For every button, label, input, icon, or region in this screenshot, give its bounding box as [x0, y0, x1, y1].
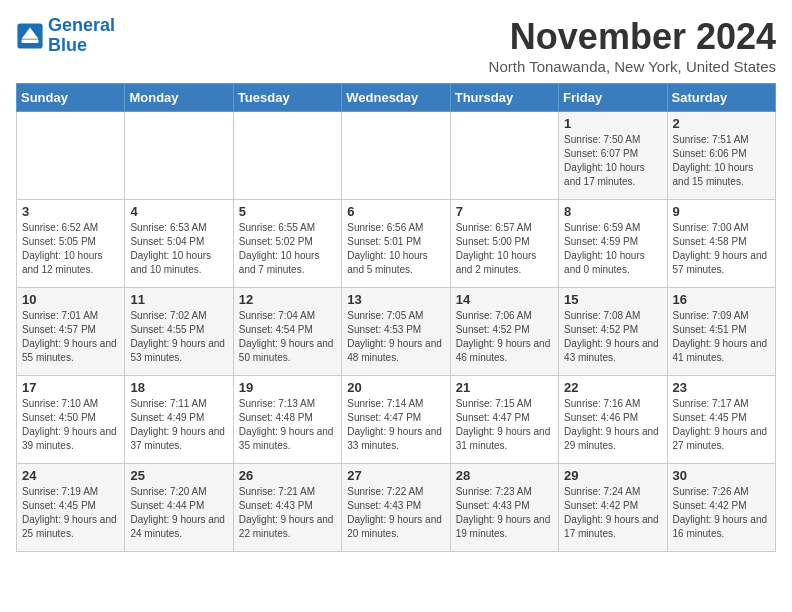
day-number: 25 — [130, 468, 227, 483]
day-info: Sunrise: 7:08 AMSunset: 4:52 PMDaylight:… — [564, 309, 661, 365]
calendar-week-row: 3Sunrise: 6:52 AMSunset: 5:05 PMDaylight… — [17, 200, 776, 288]
day-number: 2 — [673, 116, 770, 131]
logo-line2: Blue — [48, 35, 87, 55]
day-number: 6 — [347, 204, 444, 219]
day-info: Sunrise: 6:57 AMSunset: 5:00 PMDaylight:… — [456, 221, 553, 277]
calendar-cell: 6Sunrise: 6:56 AMSunset: 5:01 PMDaylight… — [342, 200, 450, 288]
calendar-week-row: 1Sunrise: 7:50 AMSunset: 6:07 PMDaylight… — [17, 112, 776, 200]
calendar-cell: 14Sunrise: 7:06 AMSunset: 4:52 PMDayligh… — [450, 288, 558, 376]
logo-text: General Blue — [48, 16, 115, 56]
calendar-cell: 2Sunrise: 7:51 AMSunset: 6:06 PMDaylight… — [667, 112, 775, 200]
calendar-cell: 22Sunrise: 7:16 AMSunset: 4:46 PMDayligh… — [559, 376, 667, 464]
day-info: Sunrise: 7:17 AMSunset: 4:45 PMDaylight:… — [673, 397, 770, 453]
day-number: 14 — [456, 292, 553, 307]
day-info: Sunrise: 7:13 AMSunset: 4:48 PMDaylight:… — [239, 397, 336, 453]
month-title: November 2024 — [489, 16, 776, 58]
calendar-cell: 25Sunrise: 7:20 AMSunset: 4:44 PMDayligh… — [125, 464, 233, 552]
calendar-cell: 23Sunrise: 7:17 AMSunset: 4:45 PMDayligh… — [667, 376, 775, 464]
day-number: 12 — [239, 292, 336, 307]
day-info: Sunrise: 7:02 AMSunset: 4:55 PMDaylight:… — [130, 309, 227, 365]
day-number: 11 — [130, 292, 227, 307]
weekday-header: Saturday — [667, 84, 775, 112]
day-number: 13 — [347, 292, 444, 307]
logo-icon — [16, 22, 44, 50]
svg-rect-2 — [22, 39, 39, 43]
calendar-body: 1Sunrise: 7:50 AMSunset: 6:07 PMDaylight… — [17, 112, 776, 552]
calendar-cell: 4Sunrise: 6:53 AMSunset: 5:04 PMDaylight… — [125, 200, 233, 288]
day-number: 21 — [456, 380, 553, 395]
day-info: Sunrise: 7:04 AMSunset: 4:54 PMDaylight:… — [239, 309, 336, 365]
calendar-cell — [233, 112, 341, 200]
day-number: 20 — [347, 380, 444, 395]
calendar-cell — [342, 112, 450, 200]
weekday-header: Wednesday — [342, 84, 450, 112]
calendar-cell: 12Sunrise: 7:04 AMSunset: 4:54 PMDayligh… — [233, 288, 341, 376]
calendar-week-row: 10Sunrise: 7:01 AMSunset: 4:57 PMDayligh… — [17, 288, 776, 376]
day-number: 17 — [22, 380, 119, 395]
day-number: 16 — [673, 292, 770, 307]
logo-line1: General — [48, 15, 115, 35]
location-subtitle: North Tonawanda, New York, United States — [489, 58, 776, 75]
calendar-cell — [17, 112, 125, 200]
weekday-header: Sunday — [17, 84, 125, 112]
day-number: 22 — [564, 380, 661, 395]
day-number: 1 — [564, 116, 661, 131]
calendar-cell: 24Sunrise: 7:19 AMSunset: 4:45 PMDayligh… — [17, 464, 125, 552]
day-info: Sunrise: 6:59 AMSunset: 4:59 PMDaylight:… — [564, 221, 661, 277]
day-number: 5 — [239, 204, 336, 219]
calendar-cell: 8Sunrise: 6:59 AMSunset: 4:59 PMDaylight… — [559, 200, 667, 288]
day-info: Sunrise: 7:20 AMSunset: 4:44 PMDaylight:… — [130, 485, 227, 541]
day-number: 24 — [22, 468, 119, 483]
calendar-cell: 27Sunrise: 7:22 AMSunset: 4:43 PMDayligh… — [342, 464, 450, 552]
day-number: 15 — [564, 292, 661, 307]
day-number: 30 — [673, 468, 770, 483]
calendar-cell: 18Sunrise: 7:11 AMSunset: 4:49 PMDayligh… — [125, 376, 233, 464]
day-info: Sunrise: 7:14 AMSunset: 4:47 PMDaylight:… — [347, 397, 444, 453]
day-number: 23 — [673, 380, 770, 395]
weekday-header: Monday — [125, 84, 233, 112]
calendar-cell: 28Sunrise: 7:23 AMSunset: 4:43 PMDayligh… — [450, 464, 558, 552]
day-number: 7 — [456, 204, 553, 219]
title-area: November 2024 North Tonawanda, New York,… — [489, 16, 776, 75]
calendar-week-row: 24Sunrise: 7:19 AMSunset: 4:45 PMDayligh… — [17, 464, 776, 552]
calendar-cell: 19Sunrise: 7:13 AMSunset: 4:48 PMDayligh… — [233, 376, 341, 464]
day-info: Sunrise: 7:19 AMSunset: 4:45 PMDaylight:… — [22, 485, 119, 541]
calendar-cell: 20Sunrise: 7:14 AMSunset: 4:47 PMDayligh… — [342, 376, 450, 464]
day-info: Sunrise: 7:26 AMSunset: 4:42 PMDaylight:… — [673, 485, 770, 541]
calendar-cell: 5Sunrise: 6:55 AMSunset: 5:02 PMDaylight… — [233, 200, 341, 288]
calendar-cell: 7Sunrise: 6:57 AMSunset: 5:00 PMDaylight… — [450, 200, 558, 288]
day-number: 18 — [130, 380, 227, 395]
day-info: Sunrise: 6:52 AMSunset: 5:05 PMDaylight:… — [22, 221, 119, 277]
calendar-header: SundayMondayTuesdayWednesdayThursdayFrid… — [17, 84, 776, 112]
day-info: Sunrise: 7:01 AMSunset: 4:57 PMDaylight:… — [22, 309, 119, 365]
day-number: 19 — [239, 380, 336, 395]
calendar-cell — [450, 112, 558, 200]
calendar-cell: 11Sunrise: 7:02 AMSunset: 4:55 PMDayligh… — [125, 288, 233, 376]
day-info: Sunrise: 7:06 AMSunset: 4:52 PMDaylight:… — [456, 309, 553, 365]
day-info: Sunrise: 6:56 AMSunset: 5:01 PMDaylight:… — [347, 221, 444, 277]
day-info: Sunrise: 7:16 AMSunset: 4:46 PMDaylight:… — [564, 397, 661, 453]
calendar-cell: 17Sunrise: 7:10 AMSunset: 4:50 PMDayligh… — [17, 376, 125, 464]
header: General Blue November 2024 North Tonawan… — [16, 16, 776, 75]
weekday-header: Tuesday — [233, 84, 341, 112]
day-info: Sunrise: 6:53 AMSunset: 5:04 PMDaylight:… — [130, 221, 227, 277]
day-info: Sunrise: 7:24 AMSunset: 4:42 PMDaylight:… — [564, 485, 661, 541]
day-info: Sunrise: 7:22 AMSunset: 4:43 PMDaylight:… — [347, 485, 444, 541]
calendar-cell: 10Sunrise: 7:01 AMSunset: 4:57 PMDayligh… — [17, 288, 125, 376]
day-info: Sunrise: 7:11 AMSunset: 4:49 PMDaylight:… — [130, 397, 227, 453]
calendar-cell: 30Sunrise: 7:26 AMSunset: 4:42 PMDayligh… — [667, 464, 775, 552]
day-info: Sunrise: 7:15 AMSunset: 4:47 PMDaylight:… — [456, 397, 553, 453]
day-number: 27 — [347, 468, 444, 483]
calendar-table: SundayMondayTuesdayWednesdayThursdayFrid… — [16, 83, 776, 552]
day-info: Sunrise: 7:05 AMSunset: 4:53 PMDaylight:… — [347, 309, 444, 365]
calendar-cell: 21Sunrise: 7:15 AMSunset: 4:47 PMDayligh… — [450, 376, 558, 464]
day-info: Sunrise: 7:00 AMSunset: 4:58 PMDaylight:… — [673, 221, 770, 277]
day-number: 4 — [130, 204, 227, 219]
day-info: Sunrise: 7:21 AMSunset: 4:43 PMDaylight:… — [239, 485, 336, 541]
day-number: 28 — [456, 468, 553, 483]
day-number: 26 — [239, 468, 336, 483]
day-number: 3 — [22, 204, 119, 219]
calendar-cell: 3Sunrise: 6:52 AMSunset: 5:05 PMDaylight… — [17, 200, 125, 288]
day-info: Sunrise: 7:09 AMSunset: 4:51 PMDaylight:… — [673, 309, 770, 365]
calendar-cell: 9Sunrise: 7:00 AMSunset: 4:58 PMDaylight… — [667, 200, 775, 288]
